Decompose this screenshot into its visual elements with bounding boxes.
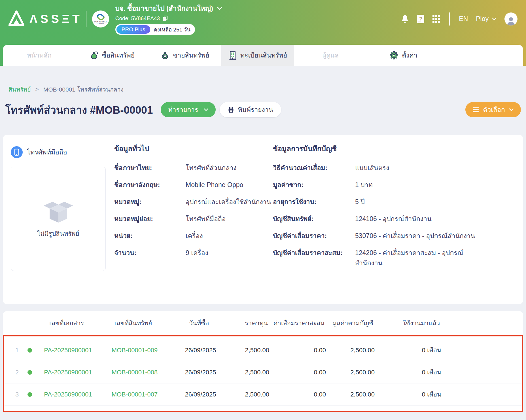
avatar[interactable] — [504, 12, 517, 26]
info-value: โทรศัพท์ส่วนกลาง — [186, 163, 273, 173]
asset-no-link[interactable]: MOB-00001-008 — [99, 369, 170, 376]
asset-items-table-card: เลขที่เอกสาร เลขที่สินทรัพย์ วันที่ซื้อ … — [3, 311, 523, 412]
tab-label: ผู้ดูแล — [323, 50, 339, 60]
user-menu[interactable]: Ploy — [476, 15, 497, 23]
button-label: พิมพ์รายงาน — [238, 105, 273, 115]
sell-bag-icon — [160, 51, 169, 60]
copy-icon[interactable] — [163, 16, 168, 21]
book-value: 2,500.00 — [326, 369, 375, 376]
info-value: Mobile Phone Oppo — [186, 180, 273, 190]
used-duration: 0 เดือน — [375, 345, 441, 355]
tab-label: ซื้อสินทรัพย์ — [102, 50, 135, 60]
tab-home[interactable]: หน้าหลัก — [3, 45, 76, 66]
language-switch[interactable]: EN — [459, 15, 468, 23]
options-button[interactable]: ตัวเลือก — [465, 102, 521, 117]
info-label: มูลค่าซาก: — [273, 180, 355, 190]
chevron-down-icon — [492, 18, 497, 20]
asset-image-placeholder: ไม่มีรูปสินทรัพย์ — [11, 167, 106, 271]
tab-settings[interactable]: ตั้งค่า — [367, 45, 440, 66]
breadcrumb-root-link[interactable]: สินทรัพย์ — [9, 85, 31, 94]
info-label: หมวดหมู่: — [114, 197, 186, 207]
document-no-link[interactable]: PA-20250900001 — [37, 347, 99, 354]
info-value: 124106 - อุปกรณ์สำนักงาน — [355, 214, 515, 224]
accum-depreciation-value: 0.00 — [269, 347, 326, 354]
brand-logo[interactable]: ΛSSΞT — [9, 10, 82, 27]
tab-admin[interactable]: ผู้ดูแล — [294, 45, 367, 66]
info-value: 9 เครื่อง — [186, 248, 273, 258]
building-icon — [228, 51, 237, 60]
table-header-row: เลขที่เอกสาร เลขที่สินทรัพย์ วันที่ซื้อ … — [3, 311, 523, 335]
tab-buy-assets[interactable]: ซื้อสินทรัพย์ — [76, 45, 149, 66]
asset-no-link[interactable]: MOB-00001-007 — [99, 391, 170, 398]
breadcrumb-separator: > — [35, 86, 39, 93]
purchase-date: 26/09/2025 — [170, 391, 231, 398]
table-row[interactable]: 3 PA-20250900001 MOB-00001-007 26/09/202… — [4, 383, 522, 406]
info-row: บัญชีสินทรัพย์:124106 - อุปกรณ์สำนักงาน — [273, 214, 515, 224]
cost-value: 2,500.00 — [231, 391, 269, 398]
info-label: บัญชีสินทรัพย์: — [273, 214, 355, 224]
empty-box-icon — [43, 199, 74, 224]
tab-label: ตั้งค่า — [402, 50, 417, 60]
main-nav: หน้าหลัก ซื้อสินทรัพย์ — [3, 45, 523, 66]
top-header: ΛSSΞT BUY & SELL COMPANY บจ. ซื้อมาขายไป… — [0, 0, 526, 38]
document-no-link[interactable]: PA-20250900001 — [37, 391, 99, 398]
highlighted-rows-region: 1 PA-20250900001 MOB-00001-009 26/09/202… — [3, 335, 523, 412]
apps-grid-icon[interactable] — [432, 15, 440, 23]
make-transaction-button[interactable]: ทำรายการ — [161, 102, 216, 117]
table-row[interactable]: 1 PA-20250900001 MOB-00001-009 26/09/202… — [4, 339, 522, 361]
info-label: อายุการใช้งาน: — [273, 197, 355, 207]
info-label: หมวดหมู่ย่อย: — [114, 214, 186, 224]
button-label: ตัวเลือก — [483, 105, 505, 115]
accum-depreciation-value: 0.00 — [269, 369, 326, 376]
brand-name: ΛSSΞT — [29, 12, 82, 26]
info-label: วิธีคำนวณค่าเสื่อม: — [273, 163, 355, 173]
company-selector[interactable]: บจ. ซื้อมาขายไป (สำนักงานใหญ่) — [115, 3, 222, 14]
breadcrumb: สินทรัพย์ > MOB-00001 โทรศัพท์ส่วนกลาง — [9, 85, 517, 94]
asset-no-link[interactable]: MOB-00001-009 — [99, 347, 170, 354]
info-value: 5 ปี — [355, 197, 515, 207]
table-row[interactable]: 2 PA-20250900001 MOB-00001-008 26/09/202… — [4, 361, 522, 383]
header-actions: ? EN Ploy — [401, 12, 517, 26]
info-value: 530706 - ค่าเสื่อมราคา - อุปกรณ์สำนักงาน — [355, 231, 477, 241]
info-row: หน่วย:เครื่อง — [114, 231, 273, 241]
info-value: 1 บาท — [355, 180, 515, 190]
col-header-accum-depreciation: ค่าเสื่อมราคาสะสม — [268, 318, 324, 328]
cost-value: 2,500.00 — [231, 369, 269, 376]
company-name: บจ. ซื้อมาขายไป (สำนักงานใหญ่) — [115, 3, 213, 14]
info-row: หมวดหมู่ย่อย:โทรศัพท์มือถือ — [114, 214, 273, 224]
buy-sell-company-badge: BUY & SELL COMPANY — [92, 10, 109, 27]
asset-info-card: โทรศัพท์มือถือ ไม่มีรูปสินทรัพย์ ข้อมูลท… — [3, 135, 523, 304]
purchase-date: 26/09/2025 — [170, 369, 231, 376]
info-label: บัญชีค่าเสื่อมราคา: — [273, 231, 355, 241]
info-value: 124206 - ค่าเสื่อมราคาสะสม - อุปกรณ์สำนั… — [355, 248, 477, 268]
general-info-list: ชื่อภาษาไทย:โทรศัพท์ส่วนกลาง ชื่อภาษาอัง… — [114, 163, 273, 258]
info-row: หมวดหมู่:อุปกรณ์และเครื่องใช้สำนักงาน — [114, 197, 273, 207]
book-value: 2,500.00 — [326, 347, 375, 354]
phone-icon — [11, 146, 23, 158]
info-label: บัญชีค่าเสื่อมราคาสะสม: — [273, 248, 355, 268]
accounting-info-list: วิธีคำนวณค่าเสื่อม:แบบเส้นตรง มูลค่าซาก:… — [273, 163, 515, 268]
company-block: บจ. ซื้อมาขายไป (สำนักงานใหญ่) Code: 5V8… — [115, 3, 222, 35]
col-header-purchase-date: วันที่ซื้อ — [169, 318, 230, 328]
col-header-book-value: มูลค่าตามบัญชี — [324, 318, 373, 328]
status-dot — [27, 392, 32, 397]
print-report-button[interactable]: พิมพ์รายงาน — [220, 102, 281, 117]
row-number: 3 — [11, 391, 23, 398]
asset-logo-icon — [9, 10, 24, 27]
document-no-link[interactable]: PA-20250900001 — [37, 369, 99, 376]
help-icon[interactable]: ? — [417, 15, 424, 23]
chevron-down-icon — [204, 108, 208, 111]
info-row: บัญชีค่าเสื่อมราคา:530706 - ค่าเสื่อมราค… — [273, 231, 515, 241]
info-row: มูลค่าซาก:1 บาท — [273, 180, 515, 190]
tab-asset-register[interactable]: ทะเบียนสินทรัพย์ — [221, 45, 294, 66]
no-image-text: ไม่มีรูปสินทรัพย์ — [37, 229, 79, 239]
accounting-info-heading: ข้อมูลการบันทึกบัญชี — [273, 143, 515, 154]
info-label: จำนวน: — [114, 248, 186, 258]
username: Ploy — [476, 15, 489, 23]
col-header-document-no: เลขที่เอกสาร — [35, 318, 98, 328]
notifications-bell-icon[interactable] — [401, 15, 409, 23]
row-number: 2 — [11, 369, 23, 376]
tab-sell-assets[interactable]: ขายสินทรัพย์ — [149, 45, 221, 66]
plan-remaining: คงเหลือ 251 วัน — [154, 25, 190, 34]
tab-label: ทะเบียนสินทรัพย์ — [240, 50, 287, 60]
